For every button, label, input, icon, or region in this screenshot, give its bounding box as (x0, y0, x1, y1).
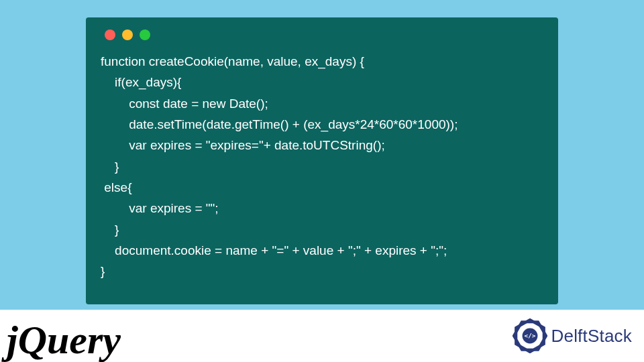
delftstack-badge-icon: </> (513, 318, 547, 353)
delftstack-text: DelftStack (551, 326, 633, 347)
svg-text:</>: </> (524, 332, 535, 339)
jquery-logo-text: jQuery (7, 320, 121, 360)
minimize-icon (122, 29, 133, 40)
code-block: function createCookie(name, value, ex_da… (101, 51, 543, 282)
window-traffic-lights (101, 29, 543, 40)
close-icon (105, 29, 115, 40)
page-canvas: function createCookie(name, value, ex_da… (0, 0, 644, 362)
jquery-logo: jQuery (7, 316, 121, 356)
delftstack-logo: </> DelftStack (513, 318, 633, 353)
footer-bar: jQuery </> DelftStack (0, 310, 644, 362)
maximize-icon (140, 29, 150, 40)
code-window: function createCookie(name, value, ex_da… (86, 17, 558, 304)
